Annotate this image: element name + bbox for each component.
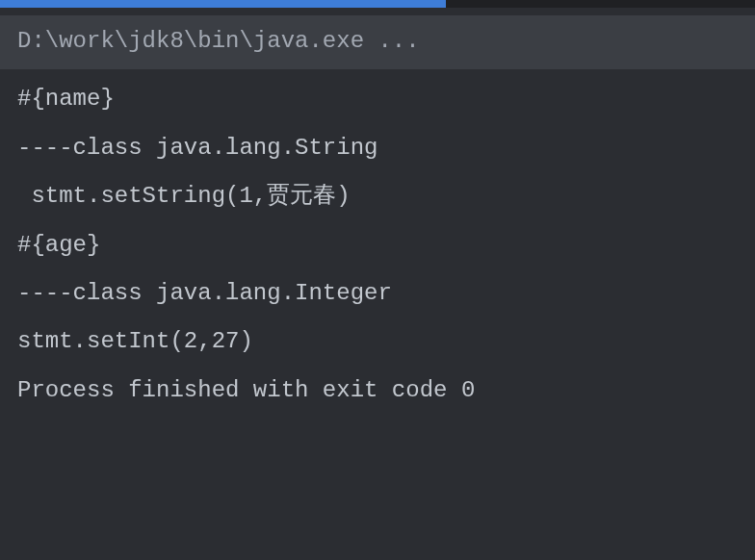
progress-bar-fill bbox=[0, 0, 446, 8]
output-block: #{name} ----class java.lang.String stmt.… bbox=[0, 69, 755, 415]
output-line: Process finished with exit code 0 bbox=[0, 367, 755, 415]
output-line: #{age} bbox=[0, 221, 755, 269]
output-line: stmt.setString(1,贾元春) bbox=[0, 172, 755, 220]
output-line: #{name} bbox=[0, 75, 755, 123]
output-line: stmt.setInt(2,27) bbox=[0, 318, 755, 366]
output-line: ----class java.lang.String bbox=[0, 124, 755, 172]
command-line: D:\work\jdk8\bin\java.exe ... bbox=[0, 15, 755, 69]
output-line: ----class java.lang.Integer bbox=[0, 269, 755, 318]
console-output: D:\work\jdk8\bin\java.exe ... #{name} --… bbox=[0, 8, 755, 415]
progress-bar-track bbox=[0, 0, 755, 8]
